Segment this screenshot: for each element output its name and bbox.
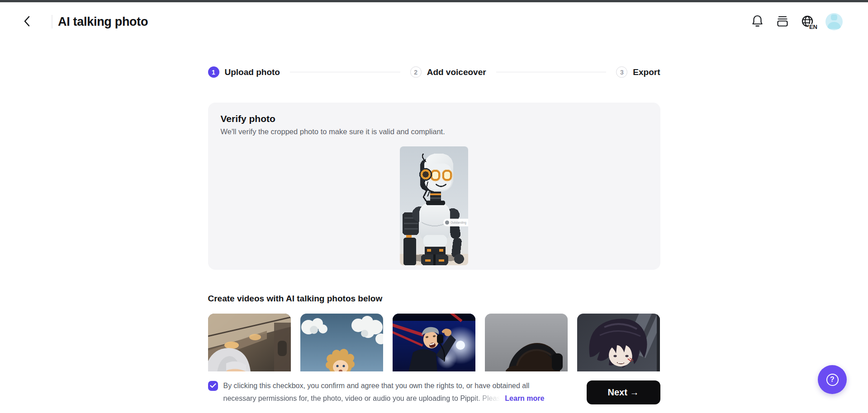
notifications-button[interactable] [749,14,765,29]
header-divider [52,15,52,28]
stepper-connector [290,72,400,72]
step-upload-photo: 1 Upload photo [208,66,280,78]
step-2-circle: 2 [410,66,422,78]
verify-card-subtitle: We'll verify the cropped photo to make s… [221,127,648,136]
stepper-connector [496,72,607,72]
language-button[interactable]: EN [800,14,816,29]
watermark-dot-icon [445,221,449,225]
card-stack-icon [776,15,789,29]
step-1-circle: 1 [208,66,219,78]
avatar[interactable] [825,13,843,30]
footer-bar: By clicking this checkbox, you confirm a… [0,371,868,413]
gallery-heading: Create videos with AI talking photos bel… [208,294,660,304]
next-button[interactable]: Next → [587,380,660,404]
step-2-label: Add voiceover [427,67,486,77]
back-button[interactable] [20,14,34,29]
step-add-voiceover: 2 Add voiceover [410,66,486,78]
agreement-checkbox[interactable] [208,381,218,391]
help-button[interactable]: ? [818,365,847,394]
agreement-line-1: By clicking this checkbox, you confirm a… [223,380,545,392]
step-export: 3 Export [616,66,660,78]
photo-watermark: Outstanding [443,219,468,226]
robot-photo [400,146,468,265]
agreement-line-2: necessary permissions for, the photo, vi… [223,392,501,405]
verify-card-title: Verify photo [221,113,648,124]
agreement-group: By clicking this checkbox, you confirm a… [208,380,545,405]
watermark-text: Outstanding [451,221,466,224]
chevron-left-icon [23,16,32,28]
header-actions: EN [749,13,843,30]
question-mark-icon: ? [826,374,839,386]
header: AI talking photo EN [0,2,868,41]
language-label: EN [809,24,817,30]
learn-more-link[interactable]: Learn more [505,392,544,405]
verify-photo-card: Verify photo We'll verify the cropped ph… [208,103,660,270]
step-3-circle: 3 [616,66,627,78]
agreement-text: By clicking this checkbox, you confirm a… [223,380,545,405]
stepper: 1 Upload photo 2 Add voiceover 3 Export [208,66,660,78]
cropped-photo-preview: Outstanding [400,146,468,265]
bell-icon [751,14,764,29]
avatar-silhouette-icon [825,13,843,30]
main-content: 1 Upload photo 2 Add voiceover 3 Export … [208,66,660,381]
page-title: AI talking photo [58,15,148,29]
step-1-label: Upload photo [225,67,280,77]
step-3-label: Export [633,67,660,77]
card-stack-button[interactable] [775,14,790,29]
check-icon [210,383,216,390]
